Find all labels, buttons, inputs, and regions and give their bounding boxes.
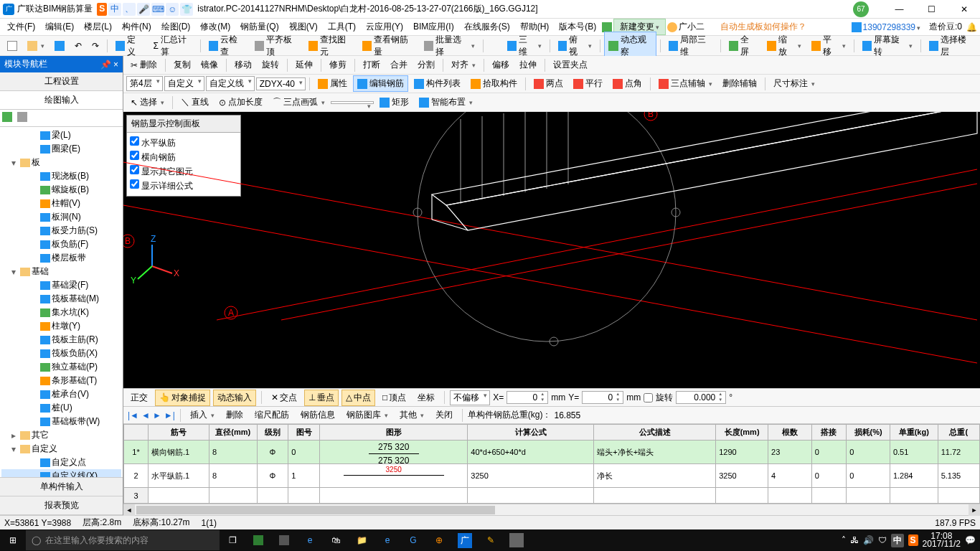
tray-ime-zhong[interactable]: 中 bbox=[891, 534, 904, 547]
col-header[interactable]: 搭接 bbox=[811, 425, 847, 441]
rotate-checkbox[interactable] bbox=[644, 393, 653, 402]
arc-option-select[interactable] bbox=[331, 101, 374, 104]
tree-node[interactable]: 条形基础(T) bbox=[1, 374, 121, 387]
copy-button[interactable]: 复制 bbox=[169, 57, 195, 73]
minimize-button[interactable]: — bbox=[883, 0, 915, 19]
move-button[interactable]: 移动 bbox=[230, 57, 256, 73]
next-icon[interactable]: ► bbox=[153, 410, 161, 420]
rotate-input[interactable]: 0.000▲▼ bbox=[676, 391, 726, 404]
delete-row-button[interactable]: 删除 bbox=[222, 407, 248, 423]
properties-button[interactable]: 属性 bbox=[314, 75, 352, 92]
col-header[interactable]: 直径(mm) bbox=[209, 425, 257, 441]
tree-node[interactable]: 螺旋板(B) bbox=[1, 183, 121, 197]
expand-icon[interactable] bbox=[2, 112, 12, 122]
arc3-tool[interactable]: ⌒ 三点画弧 bbox=[268, 94, 329, 110]
tree-node[interactable]: 板受力筋(S) bbox=[1, 224, 121, 237]
tree-node[interactable]: 桩承台(V) bbox=[1, 387, 121, 401]
snap-perp[interactable]: ⊥垂点 bbox=[304, 390, 339, 406]
tree-node[interactable]: ▾板 bbox=[1, 156, 121, 169]
col-header[interactable] bbox=[124, 425, 149, 441]
rebar-info-button[interactable]: 钢筋信息 bbox=[296, 407, 339, 423]
tree-node[interactable]: 圈梁(E) bbox=[1, 142, 121, 156]
snap-mid[interactable]: △中点 bbox=[341, 390, 375, 406]
notification-badge[interactable]: 67 bbox=[853, 1, 869, 17]
grid-hscroll[interactable]: ◄ ► bbox=[123, 504, 980, 515]
close-button[interactable]: ✕ bbox=[948, 0, 980, 19]
rotate-button[interactable]: 旋转 bbox=[258, 57, 283, 73]
open-icon[interactable] bbox=[23, 39, 49, 53]
tray-clock[interactable]: 17:082017/11/2 bbox=[923, 532, 961, 548]
mirror-button[interactable]: 镜像 bbox=[197, 57, 222, 73]
menu-edit[interactable]: 编辑(E) bbox=[41, 19, 78, 34]
tree-node[interactable]: 自定义线(X) bbox=[1, 469, 121, 477]
first-icon[interactable]: |◄ bbox=[128, 410, 138, 420]
panel-close-icon[interactable]: × bbox=[113, 60, 118, 70]
stretch-button[interactable]: 拉伸 bbox=[515, 57, 541, 73]
table-row[interactable]: 1*横向钢筋.18Φ0275 320275 32040*d+650+40*d端头… bbox=[124, 441, 980, 464]
del-aux-axis-button[interactable]: 删除辅轴 bbox=[718, 75, 761, 92]
two-point-button[interactable]: 两点 bbox=[529, 75, 567, 92]
tree-node[interactable]: 基础板带(W) bbox=[1, 415, 121, 428]
rebar-lib-button[interactable]: 钢筋图库 bbox=[342, 407, 392, 423]
tree-node[interactable]: 自定义点 bbox=[1, 456, 121, 469]
col-header[interactable]: 筋号 bbox=[148, 425, 209, 441]
smart-layout-tool[interactable]: 智能布置 bbox=[415, 94, 477, 110]
rebar-grid[interactable]: 筋号直径(mm)级别图号图形计算公式公式描述长度(mm)根数搭接损耗(%)单重(… bbox=[123, 424, 980, 504]
tree-node[interactable]: ▸其它 bbox=[1, 428, 121, 442]
tree-node[interactable]: 柱墩(Y) bbox=[1, 319, 121, 333]
scroll-left-icon[interactable]: ◄ bbox=[123, 504, 135, 516]
ortho-toggle[interactable]: 正交 bbox=[126, 390, 152, 406]
osnap-toggle[interactable]: 👆对象捕捉 bbox=[155, 390, 210, 406]
col-header[interactable]: 总重( bbox=[938, 425, 979, 441]
ime-mic-icon[interactable]: 🎤 bbox=[137, 3, 150, 16]
task-ie[interactable]: e bbox=[374, 529, 400, 551]
col-header[interactable]: 损耗(%) bbox=[847, 425, 890, 441]
trim-button[interactable]: 修剪 bbox=[325, 57, 351, 73]
component-list-button[interactable]: 构件列表 bbox=[410, 75, 465, 92]
extend-button[interactable]: 延伸 bbox=[291, 57, 317, 73]
col-header[interactable]: 图形 bbox=[320, 425, 468, 441]
rect-tool[interactable]: 矩形 bbox=[375, 94, 413, 110]
category-select[interactable]: 自定义 bbox=[164, 76, 204, 91]
parallel-button[interactable]: 平行 bbox=[569, 75, 607, 92]
task-app-current[interactable]: 广 bbox=[452, 529, 478, 551]
tree-node[interactable]: 集水坑(K) bbox=[1, 306, 121, 319]
col-header[interactable]: 公式描述 bbox=[594, 425, 716, 441]
taskview-icon[interactable]: ❐ bbox=[220, 529, 245, 551]
task-avatar[interactable] bbox=[504, 529, 529, 551]
tree-node[interactable]: 筏板主筋(R) bbox=[1, 333, 121, 347]
col-header[interactable]: 计算公式 bbox=[468, 425, 594, 441]
task-app-o[interactable]: ⊕ bbox=[426, 529, 452, 551]
ime-face-icon[interactable]: ☺ bbox=[166, 3, 179, 16]
tab-project-settings[interactable]: 工程设置 bbox=[0, 72, 123, 91]
select-tool[interactable]: ↖ 选择 bbox=[126, 94, 169, 110]
snap-coord[interactable]: 坐标 bbox=[413, 390, 439, 406]
collapse-icon[interactable] bbox=[17, 112, 27, 122]
col-header[interactable]: 级别 bbox=[257, 425, 288, 441]
ime-badge[interactable]: S bbox=[97, 3, 107, 16]
bell-icon[interactable]: 🔔 bbox=[966, 22, 977, 32]
scroll-thumb[interactable] bbox=[136, 506, 495, 514]
tree-node[interactable]: 柱帽(V) bbox=[1, 197, 121, 210]
task-edge[interactable]: e bbox=[297, 529, 323, 551]
merge-button[interactable]: 合并 bbox=[386, 57, 412, 73]
offset-mode-select[interactable]: 不偏移 bbox=[450, 390, 490, 405]
pin-icon[interactable]: 📌 bbox=[100, 60, 111, 70]
scale-rebar-button[interactable]: 缩尺配筋 bbox=[250, 407, 293, 423]
redo-icon[interactable]: ↷ bbox=[88, 39, 103, 53]
tray-shield-icon[interactable]: 🛡 bbox=[878, 535, 887, 545]
scroll-right-icon[interactable]: ► bbox=[969, 504, 980, 516]
tree-node[interactable]: 筏板基础(M) bbox=[1, 292, 121, 306]
tray-up-icon[interactable]: ˄ bbox=[842, 535, 846, 545]
tab-draw-input[interactable]: 绘图输入 bbox=[0, 91, 123, 110]
task-app-2[interactable] bbox=[271, 529, 297, 551]
undo-icon[interactable]: ↶ bbox=[70, 39, 86, 53]
3d-viewport[interactable]: 钢筋显示控制面板 水平纵筋 横向钢筋 显示其它图元 显示详细公式 bbox=[123, 112, 980, 388]
pick-component-button[interactable]: 拾取构件 bbox=[466, 75, 522, 92]
offset-button[interactable]: 偏移 bbox=[488, 57, 514, 73]
snap-cross[interactable]: ✕交点 bbox=[267, 390, 301, 406]
edit-rebar-button[interactable]: 编辑钢筋 bbox=[353, 75, 408, 92]
tree-node[interactable]: 板洞(N) bbox=[1, 210, 121, 224]
point-angle-button[interactable]: 点角 bbox=[608, 75, 646, 92]
save-icon[interactable] bbox=[50, 39, 69, 53]
